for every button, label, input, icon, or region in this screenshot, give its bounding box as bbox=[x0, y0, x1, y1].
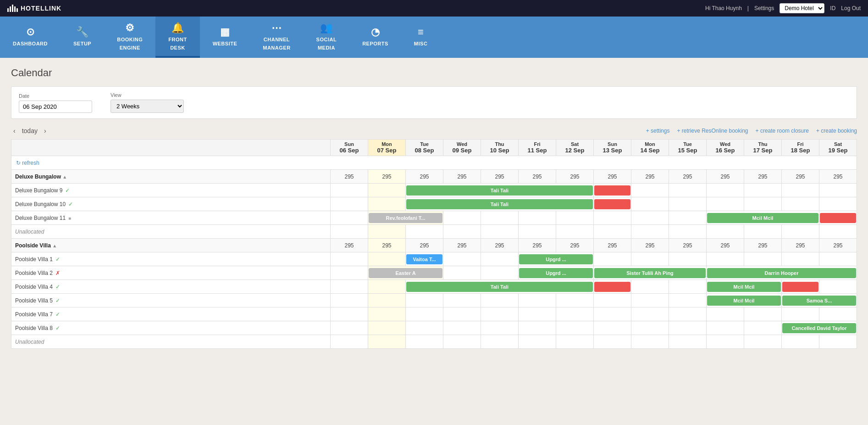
booking-bar[interactable]: Tali Tali bbox=[406, 282, 593, 292]
nav-label-dashboard: DASHBOARD bbox=[13, 41, 48, 46]
nav-icon-setup: 🔧 bbox=[76, 26, 89, 38]
id-badge: ID bbox=[830, 5, 835, 11]
next-button[interactable]: › bbox=[42, 126, 49, 135]
booking-cell-0-2-2[interactable]: Rev.feolofani T... bbox=[368, 211, 443, 225]
refresh-cell[interactable]: ↻ refresh bbox=[11, 156, 857, 170]
empty-cell-0-3-13 bbox=[782, 225, 819, 239]
nav-item-reports[interactable]: ◔REPORTS bbox=[349, 17, 401, 58]
booking-cell-0-2-11[interactable]: Mcil Mcil bbox=[707, 211, 819, 225]
nav-item-setup[interactable]: 🔧SETUP bbox=[61, 17, 104, 58]
booking-cell-1-1-6[interactable]: Upgrd ... bbox=[519, 266, 594, 280]
empty-cell-0-3-9 bbox=[631, 225, 669, 239]
group-price-1-13: 295 bbox=[819, 239, 857, 252]
booking-bar[interactable]: Mcil Mcil bbox=[707, 282, 781, 292]
group-price-0-10: 295 bbox=[707, 170, 744, 184]
nav-item-misc[interactable]: ≡MISC bbox=[401, 17, 441, 58]
settings-action[interactable]: + settings bbox=[646, 128, 670, 134]
room-label-1-1: Poolside Villa 2✗ bbox=[11, 266, 331, 280]
nav-label-reports: REPORTS bbox=[362, 41, 388, 46]
empty-cell-1-5-2 bbox=[368, 321, 406, 335]
nav-icon-dashboard: ⊙ bbox=[26, 26, 35, 38]
booking-cell-0-1-3[interactable]: Tali Tali bbox=[406, 197, 594, 211]
booking-bar[interactable]: Tali Tali bbox=[406, 185, 593, 196]
create-booking-action[interactable]: + create booking bbox=[816, 128, 857, 134]
group-price-1-3: 295 bbox=[443, 239, 481, 252]
booking-bar[interactable]: Upgrd ... bbox=[519, 268, 593, 278]
booking-cell-1-2-11[interactable]: Mcil Mcil bbox=[707, 280, 782, 294]
booking-bar[interactable]: Upgrd ... bbox=[519, 254, 593, 264]
create-room-closure-action[interactable]: + create room closure bbox=[756, 128, 809, 134]
booking-cell-1-1-11[interactable]: Darrin Hooper bbox=[707, 266, 857, 280]
empty-cell-1-0-8 bbox=[594, 252, 631, 266]
empty-cell-1-6-11 bbox=[707, 335, 744, 349]
booking-cell-1-1-8[interactable]: Sister Tulili Ah Ping bbox=[594, 266, 707, 280]
room-row-0-3: Unallocated bbox=[11, 225, 857, 239]
room-label-1-5: Poolside Villa 8✓ bbox=[11, 321, 331, 335]
room-row-0-1: Deluxe Bungalow 10✓Tali Tali bbox=[11, 197, 857, 211]
check-icon: ✓ bbox=[55, 311, 60, 318]
date-input[interactable] bbox=[19, 101, 92, 113]
empty-cell-1-6-14 bbox=[819, 335, 857, 349]
settings-link[interactable]: Settings bbox=[754, 5, 774, 11]
empty-cell-0-3-14 bbox=[819, 225, 857, 239]
empty-cell-1-6-1 bbox=[331, 335, 368, 349]
room-label-1-3: Poolside Villa 5✓ bbox=[11, 294, 331, 308]
empty-cell-1-4-8 bbox=[594, 308, 631, 321]
room-row-1-6: Unallocated bbox=[11, 335, 857, 349]
booking-bar[interactable]: Rev.feolofani T... bbox=[369, 213, 442, 223]
unallocated-label: Unallocated bbox=[15, 229, 44, 235]
empty-cell-1-4-1 bbox=[331, 308, 368, 321]
empty-cell-0-2-10 bbox=[669, 211, 707, 225]
col-header-15 Sep: Tue15 Sep bbox=[669, 140, 707, 156]
booking-cell-1-1-2[interactable]: Easter A bbox=[368, 266, 443, 280]
group-price-0-5: 295 bbox=[519, 170, 556, 184]
booking-cell-1-0-6[interactable]: Upgrd ... bbox=[519, 252, 594, 266]
empty-cell-1-2-2 bbox=[368, 280, 406, 294]
trail-cell-0-0-3 bbox=[594, 184, 631, 197]
booking-bar[interactable]: Tali Tali bbox=[406, 199, 593, 209]
logo-text: HOTELLINK bbox=[21, 5, 61, 12]
booking-bar[interactable]: Mcil Mcil bbox=[707, 213, 818, 223]
room-label-0-2: Deluxe Bungalow 11■ bbox=[11, 211, 331, 225]
booking-bar[interactable]: Easter A bbox=[369, 268, 442, 278]
booking-bar[interactable]: Darrin Hooper bbox=[707, 268, 856, 278]
col-header-08 Sep: Tue08 Sep bbox=[406, 140, 443, 156]
nav-label-setup: SETUP bbox=[73, 41, 91, 46]
nav-item-website[interactable]: ▦WEBSITE bbox=[200, 17, 250, 58]
empty-cell-0-2-5 bbox=[481, 211, 519, 225]
booking-bar[interactable]: Vaitoa T... bbox=[406, 254, 442, 264]
group-price-0-3: 295 bbox=[443, 170, 481, 184]
nav-item-social-media[interactable]: 👥SOCIALMEDIA bbox=[304, 17, 350, 58]
retrieve-booking-action[interactable]: + retrieve ResOnline booking bbox=[677, 128, 748, 134]
prev-button[interactable]: ‹ bbox=[11, 126, 18, 135]
empty-cell-1-2-14 bbox=[819, 280, 857, 294]
booking-bar[interactable]: Mcil Mcil bbox=[707, 296, 781, 306]
booking-cell-1-3-11[interactable]: Mcil Mcil bbox=[707, 294, 782, 308]
nav-item-front-desk[interactable]: 🔔FRONTDESK bbox=[155, 17, 199, 58]
empty-cell-0-3-8 bbox=[594, 225, 631, 239]
room-label-1-2: Poolside Villa 4✓ bbox=[11, 280, 331, 294]
booking-bar[interactable]: Sister Tulili Ah Ping bbox=[594, 268, 706, 278]
booking-cell-1-3-13[interactable]: Samoa S... bbox=[782, 294, 857, 308]
view-select[interactable]: 2 Weeks bbox=[111, 100, 184, 113]
calendar-table: Sun06 SepMon07 SepTue08 SepWed09 SepThu1… bbox=[11, 139, 857, 349]
nav-item-dashboard[interactable]: ⊙DASHBOARD bbox=[0, 17, 61, 58]
booking-bar[interactable]: Samoa S... bbox=[782, 296, 856, 306]
nav-item-channel-manager[interactable]: ⋯CHANNELMANAGER bbox=[250, 17, 303, 58]
nav-item-booking-engine[interactable]: ⚙BOOKINGENGINE bbox=[104, 17, 155, 58]
booking-cell-0-0-3[interactable]: Tali Tali bbox=[406, 184, 594, 197]
booking-cell-1-0-3[interactable]: Vaitoa T... bbox=[406, 252, 443, 266]
hotel-selector[interactable]: Demo Hotel bbox=[780, 3, 824, 13]
greeting-text: Hi Thao Huynh bbox=[705, 5, 742, 11]
booking-cell-1-5-13[interactable]: Cancelled David Taylor bbox=[782, 321, 857, 335]
room-label-1-6: Unallocated bbox=[11, 335, 331, 349]
nav-label-channel-manager: CHANNEL bbox=[264, 37, 290, 42]
booking-bar[interactable]: Cancelled David Taylor bbox=[782, 323, 856, 333]
group-price-1-4: 295 bbox=[481, 239, 519, 252]
logout-link[interactable]: Log Out bbox=[841, 5, 861, 11]
empty-cell-0-3-3 bbox=[406, 225, 443, 239]
booking-cell-1-2-3[interactable]: Tali Tali bbox=[406, 280, 594, 294]
empty-cell-1-4-14 bbox=[819, 308, 857, 321]
group-price-1-12: 295 bbox=[782, 239, 819, 252]
today-button[interactable]: today bbox=[20, 126, 40, 135]
